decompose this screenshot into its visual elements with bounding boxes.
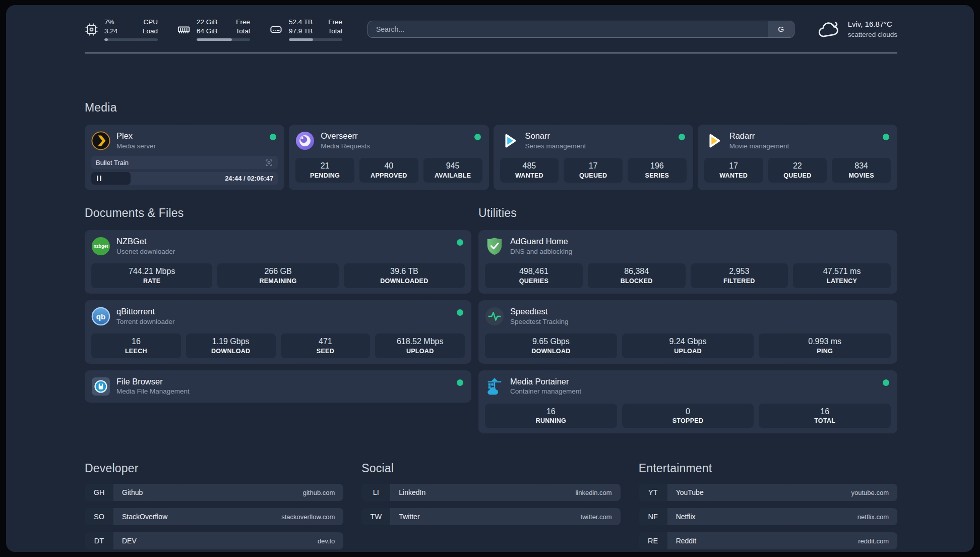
- speedtest-icon: [485, 307, 504, 326]
- svg-text:nzbget: nzbget: [93, 244, 108, 249]
- service-description: Speedtest Tracking: [510, 318, 569, 326]
- stat-block: 744.21 MbpsRATE: [91, 263, 212, 288]
- bookmark-stackoverflow[interactable]: SO StackOverflowstackoverflow.com: [85, 508, 343, 525]
- status-dot: [679, 134, 685, 140]
- service-description: DNS and adblocking: [510, 248, 572, 256]
- bookmark-abbr: TW: [361, 508, 390, 525]
- pause-icon: [97, 176, 101, 181]
- stat-block: 485WANTED: [500, 158, 559, 183]
- plex-icon: [91, 131, 110, 150]
- stat-block: 40APPROVED: [359, 158, 418, 183]
- stat-block: 834MOVIES: [832, 158, 891, 183]
- plex-now-playing: Bullet Train 24:44 / 02:06:47: [91, 156, 278, 185]
- memory-progress-bar: [197, 38, 250, 41]
- service-name: Speedtest: [510, 307, 569, 317]
- filebrowser-icon: [91, 377, 110, 396]
- service-card-filebrowser[interactable]: File Browser Media File Management: [85, 370, 471, 403]
- bookmark-url: stackoverflow.com: [281, 513, 335, 521]
- cpu-progress-bar: [104, 38, 158, 41]
- service-name: File Browser: [116, 377, 190, 387]
- section-title-documents: Documents & Files: [85, 206, 471, 220]
- search-provider-button[interactable]: G: [768, 21, 794, 37]
- disk-free-label: Free: [328, 18, 342, 27]
- service-description: Torrent downloader: [116, 318, 175, 326]
- weather-widget: Lviv, 16.87°C scattered clouds: [817, 19, 897, 39]
- service-description: Media server: [116, 142, 156, 150]
- bookmark-url: youtube.com: [851, 489, 889, 496]
- bookmark-linkedin[interactable]: LI LinkedInlinkedin.com: [361, 484, 620, 501]
- service-name: Sonarr: [525, 131, 586, 141]
- bookmark-reddit[interactable]: RE Redditreddit.com: [639, 532, 897, 549]
- stat-block: 9.24 GbpsUPLOAD: [622, 333, 754, 358]
- memory-total: 64 GiB: [197, 27, 217, 36]
- bookmark-youtube[interactable]: YT YouTubeyoutube.com: [639, 484, 897, 501]
- bookmark-abbr: SO: [85, 508, 113, 525]
- resource-widgets: 7%CPU 3.24Load 22 GiBFree 64 GiBTotal: [85, 18, 342, 41]
- service-name: Overseerr: [321, 131, 370, 141]
- playback-progress-bar: 24:44 / 02:06:47: [91, 172, 278, 185]
- service-card-plex[interactable]: Plex Media server Bullet Train: [85, 125, 284, 190]
- section-title-media: Media: [85, 101, 897, 115]
- status-dot: [270, 134, 276, 140]
- service-name: Media Portainer: [510, 377, 581, 387]
- memory-free-label: Free: [236, 18, 250, 27]
- bookmark-twitter[interactable]: TW Twittertwitter.com: [361, 508, 620, 525]
- stat-block: 16RUNNING: [485, 404, 617, 428]
- service-card-sonarr[interactable]: Sonarr Series management 485WANTED 17QUE…: [494, 125, 693, 190]
- bookmark-name: StackOverflow: [122, 513, 167, 521]
- status-dot: [457, 239, 463, 246]
- nzbget-icon: nzbget: [91, 237, 110, 256]
- svg-text:qb: qb: [96, 312, 106, 320]
- section-title-developer: Developer: [85, 462, 343, 475]
- search-bar[interactable]: G: [368, 21, 794, 38]
- service-card-qbittorrent[interactable]: qb qBittorrent Torrent downloader 16LEEC…: [85, 300, 471, 364]
- qbittorrent-icon: qb: [91, 307, 110, 326]
- bookmark-url: dev.to: [318, 537, 335, 545]
- stat-block: 618.52 MbpsUPLOAD: [375, 333, 465, 358]
- stat-block: 498,461QUERIES: [485, 263, 583, 288]
- bookmark-abbr: DT: [85, 532, 113, 549]
- bookmark-name: LinkedIn: [399, 488, 425, 496]
- stat-block: 2,953FILTERED: [691, 263, 788, 288]
- bookmark-github[interactable]: GH Githubgithub.com: [85, 484, 343, 501]
- stat-block: 471SEED: [281, 333, 371, 358]
- service-card-adguard[interactable]: AdGuard Home DNS and adblocking 498,461Q…: [478, 230, 897, 294]
- resource-cpu: 7%CPU 3.24Load: [85, 18, 158, 41]
- service-card-overseerr[interactable]: Overseerr Media Requests 21PENDING 40APP…: [289, 125, 488, 190]
- bookmark-name: DEV: [122, 537, 137, 545]
- bookmark-abbr: RE: [639, 532, 667, 549]
- bookmark-dev[interactable]: DT DEVdev.to: [85, 532, 343, 549]
- stat-block: 0STOPPED: [622, 404, 754, 428]
- service-name: Radarr: [729, 131, 789, 141]
- memory-free: 22 GiB: [197, 18, 217, 27]
- bookmark-abbr: LI: [361, 484, 390, 501]
- cpu-icon: [85, 23, 98, 36]
- bookmark-url: github.com: [303, 489, 335, 496]
- stat-block: 945AVAILABLE: [423, 158, 482, 183]
- bookmark-netflix[interactable]: NF Netflixnetflix.com: [639, 508, 897, 525]
- memory-progress-fill: [197, 38, 232, 41]
- service-description: Series management: [525, 142, 586, 150]
- weather-condition: scattered clouds: [848, 30, 897, 39]
- bookmark-abbr: NF: [639, 508, 667, 525]
- service-card-nzbget[interactable]: nzbget NZBGet Usenet downloader 744.21 M…: [85, 230, 471, 294]
- stat-block: 22QUEUED: [768, 158, 827, 183]
- service-name: AdGuard Home: [510, 237, 572, 247]
- stat-block: 21PENDING: [295, 158, 354, 183]
- service-description: Media Requests: [321, 142, 370, 150]
- service-card-portainer[interactable]: Media Portainer Container management 16R…: [478, 370, 897, 434]
- bookmark-name: Twitter: [399, 513, 419, 521]
- status-dot: [457, 379, 463, 386]
- bookmark-name: Reddit: [676, 537, 696, 545]
- overseerr-icon: [295, 131, 315, 150]
- bookmark-abbr: YT: [639, 484, 667, 501]
- stat-block: 39.6 TBDOWNLOADED: [344, 263, 465, 288]
- section-title-social: Social: [361, 462, 620, 475]
- service-card-speedtest[interactable]: Speedtest Speedtest Tracking 9.65 GbpsDO…: [478, 300, 897, 364]
- service-description: Container management: [510, 387, 581, 396]
- service-description: Usenet downloader: [116, 248, 175, 256]
- camera-icon[interactable]: [265, 158, 273, 167]
- sonarr-icon: [500, 131, 519, 150]
- service-card-radarr[interactable]: Radarr Movie management 17WANTED 22QUEUE…: [698, 125, 897, 190]
- search-input[interactable]: [368, 21, 768, 37]
